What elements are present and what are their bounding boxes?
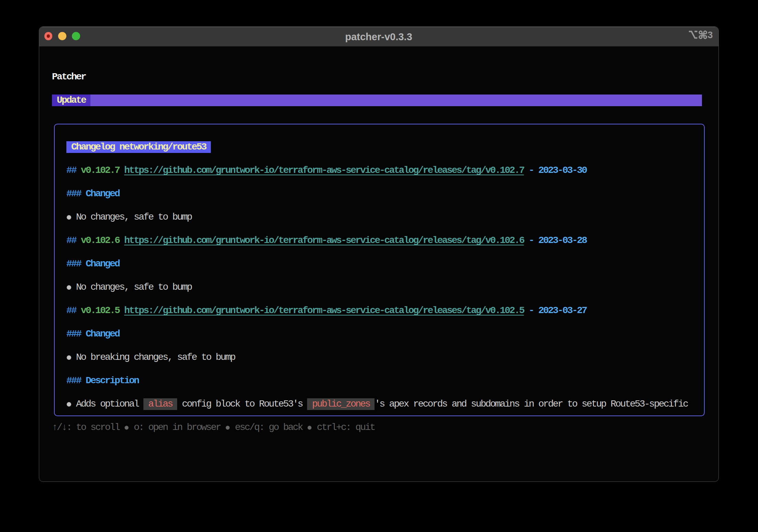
svg-text:3: 3 <box>707 30 713 40</box>
